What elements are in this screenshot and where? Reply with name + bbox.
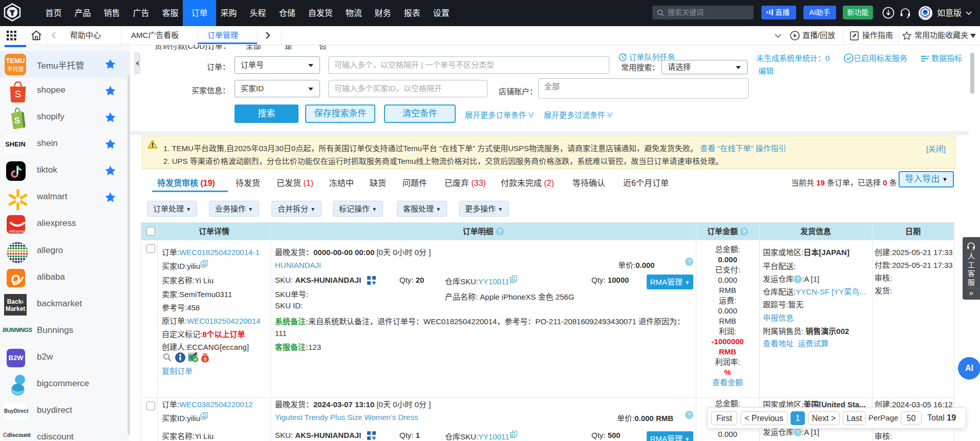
svg-text:S: S [203,356,206,362]
